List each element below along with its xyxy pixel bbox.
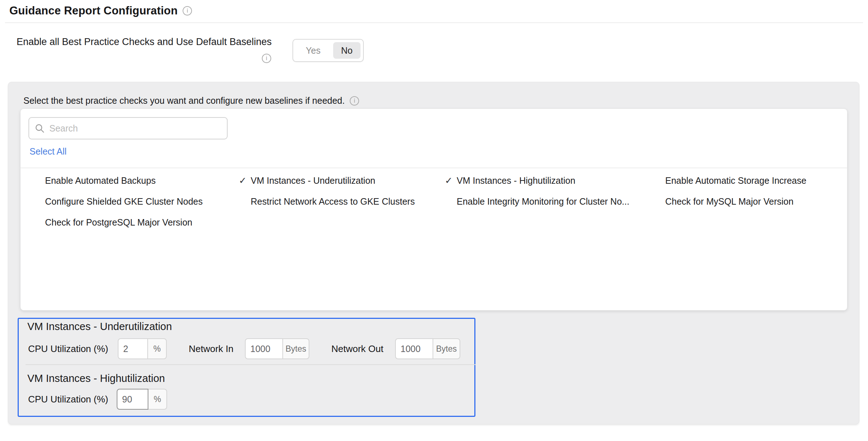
page-title: Guidance Report Configuration — [9, 4, 178, 17]
network-in-input-group: Bytes — [245, 338, 309, 359]
checklist-card: Select All Enable Automated Backups ✓ VM… — [20, 108, 847, 311]
checklist-item[interactable]: Enable Automated Backups — [33, 170, 239, 191]
checkmark-icon: ✓ — [239, 175, 251, 186]
checklist-item-label: Enable Automatic Storage Increase — [665, 175, 806, 186]
field-label: Network In — [189, 338, 233, 359]
info-icon[interactable]: i — [183, 6, 192, 15]
checklist-item-label: Check for PostgreSQL Major Version — [45, 217, 192, 228]
card-divider — [21, 168, 847, 168]
checklist-item[interactable]: ✓ VM Instances - Underutilization — [239, 170, 445, 191]
baseline-editor: VM Instances - Underutilization CPU Util… — [18, 318, 475, 417]
checklist-item[interactable]: Check for MySQL Major Version — [653, 191, 840, 212]
enable-all-toggle[interactable]: Yes No — [292, 39, 364, 62]
checklist-item-label: Restrict Network Access to GKE Clusters — [251, 196, 415, 207]
panel-instruction-row: Select the best practice checks you want… — [23, 95, 359, 106]
checklist-item-label: Check for MySQL Major Version — [665, 196, 793, 207]
unit-suffix: Bytes — [282, 338, 309, 359]
field-label: CPU Utilization (%) — [28, 389, 108, 410]
panel-instruction: Select the best practice checks you want… — [23, 95, 345, 106]
search-box[interactable] — [28, 117, 228, 139]
network-out-input[interactable] — [395, 338, 433, 359]
checklist-item-label: Enable Automated Backups — [45, 175, 156, 186]
cpu-highutilization-input[interactable] — [117, 389, 148, 410]
unit-suffix: % — [147, 338, 167, 359]
unit-suffix: % — [148, 389, 167, 410]
checklist-item[interactable]: Enable Automatic Storage Increase — [653, 170, 840, 191]
field-label: Network Out — [331, 338, 384, 359]
checklist-grid: Enable Automated Backups ✓ VM Instances … — [33, 170, 840, 233]
info-icon[interactable]: i — [262, 54, 271, 63]
search-icon — [35, 124, 44, 133]
info-icon[interactable]: i — [350, 96, 359, 106]
select-all-link[interactable]: Select All — [30, 146, 67, 157]
enable-all-label: Enable all Best Practice Checks and Use … — [17, 36, 272, 48]
header-divider — [5, 22, 863, 23]
checklist-item-label: Enable Integrity Monitoring for Cluster … — [457, 196, 629, 207]
field-label: CPU Utilization (%) — [28, 338, 108, 359]
checkmark-icon: ✓ — [445, 175, 457, 186]
checklist-item[interactable]: Configure Shielded GKE Cluster Nodes — [33, 191, 239, 212]
page-header: Guidance Report Configuration i — [9, 4, 192, 17]
baseline-section-title: VM Instances - Highutilization — [27, 373, 165, 384]
unit-suffix: Bytes — [433, 338, 460, 359]
cpu-underutilization-input[interactable] — [118, 338, 148, 359]
checklist-item-label: Configure Shielded GKE Cluster Nodes — [45, 196, 203, 207]
baseline-section-title: VM Instances - Underutilization — [27, 321, 172, 333]
checklist-item[interactable]: Check for PostgreSQL Major Version — [33, 212, 239, 233]
checklist-item-label: VM Instances - Highutilization — [457, 175, 575, 186]
best-practice-panel: Select the best practice checks you want… — [8, 82, 859, 424]
toggle-yes-button[interactable]: Yes — [293, 45, 333, 56]
cpu-highutilization-input-group: % — [117, 389, 167, 410]
network-out-input-group: Bytes — [395, 338, 460, 359]
checklist-item-label: VM Instances - Underutilization — [251, 175, 375, 186]
checklist-item[interactable]: Enable Integrity Monitoring for Cluster … — [445, 191, 653, 212]
checklist-item[interactable]: ✓ VM Instances - Highutilization — [445, 170, 653, 191]
checklist-item[interactable]: Restrict Network Access to GKE Clusters — [239, 191, 445, 212]
cpu-underutilization-input-group: % — [118, 338, 167, 359]
search-input[interactable] — [49, 123, 221, 134]
network-in-input[interactable] — [245, 338, 283, 359]
toggle-no-button[interactable]: No — [333, 42, 361, 59]
baseline-divider — [26, 364, 475, 365]
